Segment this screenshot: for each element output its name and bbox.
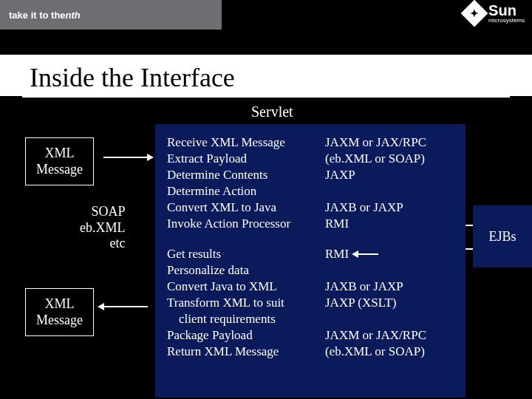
step-row: Convert XML to JavaJAXB or JAXP [167,200,458,216]
ejb-box: EJBs [473,205,532,267]
ejb-label: EJBs [488,229,516,245]
page-title: Inside the Interface [22,58,510,98]
step-row: Determine Action [167,183,458,200]
protocol-etc: etc [80,236,126,252]
xml-message-box-bottom: XML Message [25,288,94,336]
sun-logo-icon: ✦ [461,0,488,27]
step-row: Personalize data [167,262,458,279]
protocols-label: SOAP eb.XML etc [80,204,126,252]
protocol-ebxml: eb.XML [80,220,126,236]
brand-name: Sun [488,3,525,18]
step-row: Receive XML MessageJAXM or JAX/RPC [167,134,458,151]
servlet-box: Receive XML MessageJAXM or JAX/RPC Extra… [155,124,466,398]
xml-box-line1: XML [36,146,83,162]
brand-text: Sun microsystems [488,3,525,24]
step-row: Extract Payload(eb.XML or SOAP) [167,151,458,167]
arrow-in-icon [103,157,148,158]
step-row: Transform XML to suitJAXP (XSLT) [167,295,458,311]
step-row: Package PayloadJAXM or JAX/RPC [167,327,458,344]
servlet-label: Servlet [251,103,293,120]
protocol-soap: SOAP [80,204,126,220]
step-row: Get resultsRMI [167,246,458,262]
arrow-out-icon [103,306,148,307]
brand: ✦ Sun microsystems [465,3,525,24]
xml-box-line1: XML [36,296,83,313]
header-bar: take it to the nth ✦ Sun microsystems [0,0,532,30]
tagline-prefix: take it to the [9,10,66,21]
xml-message-box-top: XML Message [25,137,94,185]
step-row: Determine ContentsJAXP [167,167,458,183]
arrow-into-rmi-icon [358,253,378,255]
step-row: Return XML Message(eb.XML or SOAP) [167,344,458,360]
tagline: take it to the nth [0,0,222,30]
step-row: Invoke Action ProcessorRMI [167,216,458,232]
brand-sub: microsystems [488,18,525,24]
xml-box-line2: Message [36,162,83,178]
step-row: Convert Java to XMLJAXB or JAXP [167,279,458,295]
step-row: client requirements [167,311,458,327]
tagline-suffix: nth [66,10,81,21]
xml-box-line2: Message [36,313,83,329]
